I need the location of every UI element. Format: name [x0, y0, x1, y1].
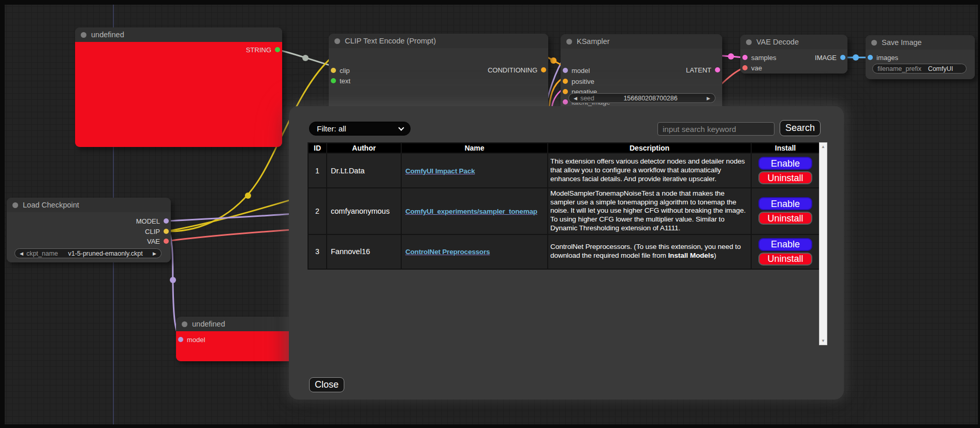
reroute-dot[interactable]	[302, 55, 309, 61]
uninstall-button[interactable]: Uninstall	[758, 212, 812, 225]
output-slot-string[interactable]: STRING	[246, 45, 280, 54]
node-header[interactable]: Save Image	[866, 35, 975, 50]
enable-button[interactable]: Enable	[758, 238, 812, 251]
input-dot[interactable]	[563, 79, 568, 84]
filter-select[interactable]: Filter: all	[309, 122, 411, 136]
slot-label: CONDITIONING	[488, 66, 537, 74]
node-header[interactable]: CLIP Text Encode (Prompt)	[329, 34, 548, 48]
extension-install-cell: EnableUninstall	[751, 234, 820, 269]
canvas-edge	[0, 0, 980, 5]
node-save-image[interactable]: Save Image images filename_prefix ComfyU…	[866, 35, 975, 79]
extension-link[interactable]: ControlNet Preprocessors	[405, 248, 490, 256]
reroute-dot[interactable]	[550, 57, 557, 64]
node-title: Save Image	[882, 38, 922, 47]
node-header[interactable]: KSampler	[561, 34, 722, 49]
extension-row: 2comfyanonymousComfyUI_experiments/sampl…	[308, 188, 820, 234]
input-dot[interactable]	[178, 337, 183, 342]
output-slot-clip[interactable]: CLIP	[145, 227, 169, 236]
collapse-dot-icon[interactable]	[81, 32, 86, 38]
output-slot-latent[interactable]: LATENT	[686, 65, 720, 75]
uninstall-button[interactable]: Uninstall	[758, 253, 812, 265]
node-clip-text-encode[interactable]: CLIP Text Encode (Prompt) clip text COND…	[329, 34, 548, 111]
enable-button[interactable]: Enable	[758, 157, 812, 170]
filename-prefix-widget[interactable]: filename_prefix ComfyUI	[872, 64, 967, 73]
uninstall-button[interactable]: Uninstall	[758, 171, 812, 184]
input-slot-positive[interactable]: positive	[563, 77, 594, 86]
extension-description: This extension offers various detector n…	[548, 153, 751, 188]
extension-link[interactable]: ComfyUI_experiments/sampler_tonemap	[405, 208, 537, 215]
increment-arrow-icon[interactable]: ▶	[707, 96, 710, 101]
input-slot-images[interactable]: images	[868, 53, 898, 62]
extension-name: ComfyUI_experiments/sampler_tonemap	[401, 188, 548, 234]
output-dot[interactable]	[715, 67, 720, 72]
output-dot[interactable]	[164, 239, 169, 244]
next-arrow-icon[interactable]: ▶	[153, 251, 156, 256]
output-dot[interactable]	[275, 47, 280, 52]
output-slot-model[interactable]: MODEL	[136, 216, 169, 226]
search-button[interactable]: Search	[780, 120, 821, 136]
node-title: undefined	[91, 31, 124, 39]
close-button[interactable]: Close	[309, 377, 344, 392]
node-header[interactable]: Load Checkpoint	[7, 198, 171, 212]
node-undefined-string[interactable]: undefined STRING	[75, 27, 282, 147]
input-dot[interactable]	[868, 55, 873, 60]
slot-label: LATENT	[686, 66, 711, 74]
input-slot-text[interactable]: text	[331, 76, 350, 85]
node-header[interactable]: undefined	[176, 317, 298, 331]
input-slot-clip[interactable]: clip	[331, 66, 350, 75]
output-slot-vae[interactable]: VAE	[147, 237, 169, 246]
extension-link[interactable]: ComfyUI Impact Pack	[405, 167, 475, 175]
collapse-dot-icon[interactable]	[566, 39, 572, 45]
node-graph-canvas[interactable]: undefined STRING CLIP Text Encode (Promp…	[0, 0, 980, 428]
input-slot-vae[interactable]: vae	[742, 63, 762, 72]
reroute-dot[interactable]	[170, 277, 176, 283]
canvas-edge	[0, 424, 980, 428]
slot-label: STRING	[246, 46, 271, 54]
scroll-down-icon[interactable]: ▼	[820, 338, 827, 343]
input-dot[interactable]	[563, 99, 568, 105]
column-header: ID	[308, 143, 327, 153]
input-slot-model[interactable]: model	[563, 66, 590, 75]
reroute-dot[interactable]	[245, 193, 251, 199]
collapse-dot-icon[interactable]	[182, 321, 187, 327]
node-header[interactable]: undefined	[75, 27, 282, 42]
collapse-dot-icon[interactable]	[334, 38, 340, 44]
node-vae-decode[interactable]: VAE Decode samples vae IMAGE	[740, 35, 847, 73]
prev-arrow-icon[interactable]: ◀	[20, 251, 23, 256]
collapse-dot-icon[interactable]	[871, 40, 877, 46]
input-dot[interactable]	[742, 65, 748, 70]
slot-label: samples	[751, 54, 776, 62]
input-dot[interactable]	[331, 68, 336, 73]
slot-label: IMAGE	[815, 54, 837, 62]
input-dot[interactable]	[331, 78, 336, 83]
output-slot-image[interactable]: IMAGE	[815, 53, 845, 62]
seed-widget[interactable]: ◀ seed 156680208700286 ▶	[568, 93, 715, 103]
table-scrollbar[interactable]: ▲ ▼	[819, 142, 827, 345]
input-dot[interactable]	[742, 55, 748, 60]
search-input[interactable]	[657, 122, 774, 136]
collapse-dot-icon[interactable]	[746, 39, 752, 45]
node-load-checkpoint[interactable]: Load Checkpoint MODEL CLIP VAE ◀ ckpt_na…	[7, 198, 171, 262]
slot-label: model	[572, 67, 590, 75]
node-ksampler[interactable]: KSampler model positive negative latent_…	[561, 34, 722, 112]
input-dot[interactable]	[563, 68, 568, 73]
output-dot[interactable]	[541, 67, 546, 72]
ckpt-name-widget[interactable]: ◀ ckpt_name v1-5-pruned-emaonly.ckpt ▶	[14, 248, 162, 258]
reroute-dot[interactable]	[853, 54, 859, 61]
extension-install-cell: EnableUninstall	[751, 188, 820, 234]
output-dot[interactable]	[164, 229, 169, 234]
input-slot-samples[interactable]: samples	[742, 53, 776, 62]
input-dot[interactable]	[563, 89, 568, 94]
enable-button[interactable]: Enable	[758, 197, 812, 210]
node-undefined-model[interactable]: undefined model	[176, 317, 298, 361]
output-dot[interactable]	[164, 218, 169, 224]
decrement-arrow-icon[interactable]: ◀	[574, 96, 577, 101]
output-dot[interactable]	[840, 55, 845, 60]
node-header[interactable]: VAE Decode	[740, 35, 847, 49]
output-slot-conditioning[interactable]: CONDITIONING	[488, 65, 546, 75]
collapse-dot-icon[interactable]	[12, 202, 18, 208]
reroute-dot[interactable]	[728, 53, 734, 60]
scroll-up-icon[interactable]: ▲	[820, 144, 827, 149]
input-slot-model[interactable]: model	[178, 335, 205, 344]
canvas-edge	[978, 0, 980, 428]
